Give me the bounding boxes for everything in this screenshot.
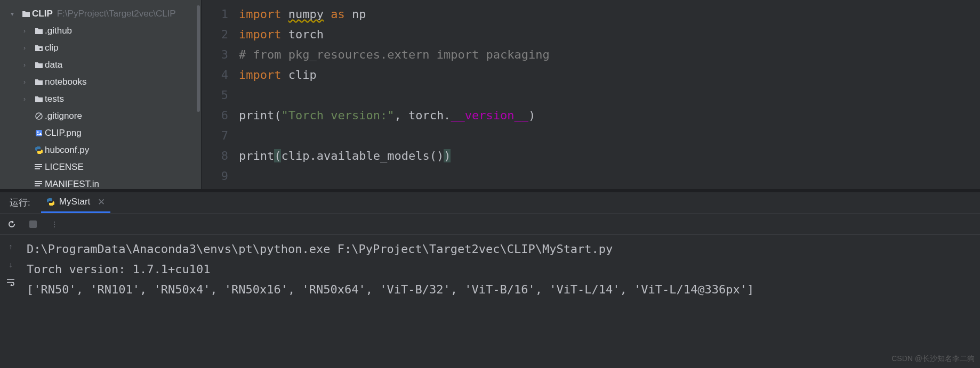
close-icon[interactable]: ✕: [98, 197, 105, 208]
line-number: 1: [202, 4, 228, 24]
tree-file-clippng[interactable]: CLIP.png: [0, 125, 201, 142]
editor-gutter: 1 2 3 4 5 6 7 8 9: [202, 4, 239, 189]
line-number: 8: [202, 146, 228, 166]
python-icon: [46, 198, 55, 206]
code-editor[interactable]: 1 2 3 4 5 6 7 8 9 import numpy as npimpo…: [202, 0, 980, 189]
project-name: CLIP: [32, 9, 53, 19]
ignore-icon: [33, 112, 45, 120]
folder-icon: [20, 10, 32, 18]
console-output[interactable]: D:\ProgramData\Anaconda3\envs\pt\python.…: [21, 235, 980, 368]
soft-wrap-icon[interactable]: [5, 279, 16, 286]
chevron-down-icon[interactable]: ▾: [11, 10, 20, 18]
chevron-right-icon[interactable]: ›: [23, 27, 33, 35]
tree-folder-notebooks[interactable]: ›notebooks: [0, 73, 201, 91]
folder-icon: [33, 95, 45, 103]
svg-rect-6: [35, 166, 42, 167]
svg-rect-9: [35, 183, 42, 184]
folder-icon: [33, 44, 45, 52]
console-left-toolbar: ↑ ↓: [0, 235, 21, 368]
top-pane: ▾ CLIP F:\PyProject\Target2vec\CLIP ›.gi…: [0, 0, 980, 189]
line-number: 6: [202, 105, 228, 126]
line-number: 9: [202, 166, 228, 186]
more-icon[interactable]: ⋮: [49, 220, 60, 228]
folder-icon: [33, 61, 45, 69]
console-line: D:\ProgramData\Anaconda3\envs\pt\python.…: [27, 239, 980, 259]
line-number: 7: [202, 126, 228, 146]
run-header: 运行: MyStart ✕: [0, 192, 980, 214]
tree-root[interactable]: ▾ CLIP F:\PyProject\Target2vec\CLIP: [0, 5, 201, 22]
tree-folder-github[interactable]: ›.github: [0, 22, 201, 39]
folder-icon: [33, 27, 45, 35]
stop-icon[interactable]: [28, 220, 38, 228]
tree-folder-tests[interactable]: ›tests: [0, 91, 201, 108]
tree-scrollbar[interactable]: [197, 5, 200, 112]
run-tab-label: MyStart: [59, 197, 91, 207]
rerun-icon[interactable]: [6, 220, 17, 228]
chevron-right-icon[interactable]: ›: [23, 95, 33, 103]
tree-folder-data[interactable]: ›data: [0, 56, 201, 73]
image-icon: [33, 129, 45, 137]
console-line: Torch version: 1.7.1+cu101: [27, 259, 980, 280]
run-tab[interactable]: MyStart ✕: [41, 192, 111, 213]
project-path: F:\PyProject\Target2vec\CLIP: [57, 9, 176, 19]
chevron-right-icon[interactable]: ›: [23, 44, 33, 52]
run-toolbar: ⋮: [0, 214, 980, 235]
line-number: 4: [202, 65, 228, 85]
svg-point-0: [39, 48, 42, 50]
tree-folder-clip[interactable]: ›clip: [0, 39, 201, 56]
text-icon: [33, 181, 45, 188]
console-body: ↑ ↓ D:\ProgramData\Anaconda3\envs\pt\pyt…: [0, 235, 980, 368]
svg-rect-8: [35, 181, 42, 182]
code-content[interactable]: import numpy as npimport torch# from pkg…: [239, 4, 980, 189]
folder-icon: [33, 78, 45, 86]
scroll-down-icon[interactable]: ↓: [5, 260, 16, 269]
svg-rect-5: [35, 164, 42, 165]
project-tree[interactable]: ▾ CLIP F:\PyProject\Target2vec\CLIP ›.gi…: [0, 0, 202, 189]
text-icon: [33, 163, 45, 171]
tree-file-manifest[interactable]: MANIFEST.in: [0, 176, 201, 189]
run-label: 运行:: [10, 197, 30, 209]
chevron-right-icon[interactable]: ›: [23, 61, 33, 69]
svg-rect-10: [35, 185, 40, 186]
svg-point-4: [37, 132, 39, 133]
tree-file-hubconf[interactable]: hubconf.py: [0, 142, 201, 159]
python-icon: [33, 146, 45, 154]
svg-line-2: [37, 114, 41, 118]
tree-file-license[interactable]: LICENSE: [0, 159, 201, 176]
svg-rect-11: [29, 220, 37, 228]
svg-rect-3: [36, 130, 42, 136]
tree-file-gitignore[interactable]: .gitignore: [0, 108, 201, 125]
scroll-up-icon[interactable]: ↑: [5, 242, 16, 251]
line-number: 2: [202, 24, 228, 45]
console-line: ['RN50', 'RN101', 'RN50x4', 'RN50x16', '…: [27, 280, 980, 300]
line-number: 3: [202, 45, 228, 65]
run-panel: 运行: MyStart ✕ ⋮ ↑ ↓ D:\ProgramData\Anaco…: [0, 192, 980, 368]
line-number: 5: [202, 85, 228, 105]
svg-rect-7: [35, 168, 40, 169]
chevron-right-icon[interactable]: ›: [23, 78, 33, 86]
watermark: CSDN @长沙知名李二狗: [891, 354, 975, 364]
